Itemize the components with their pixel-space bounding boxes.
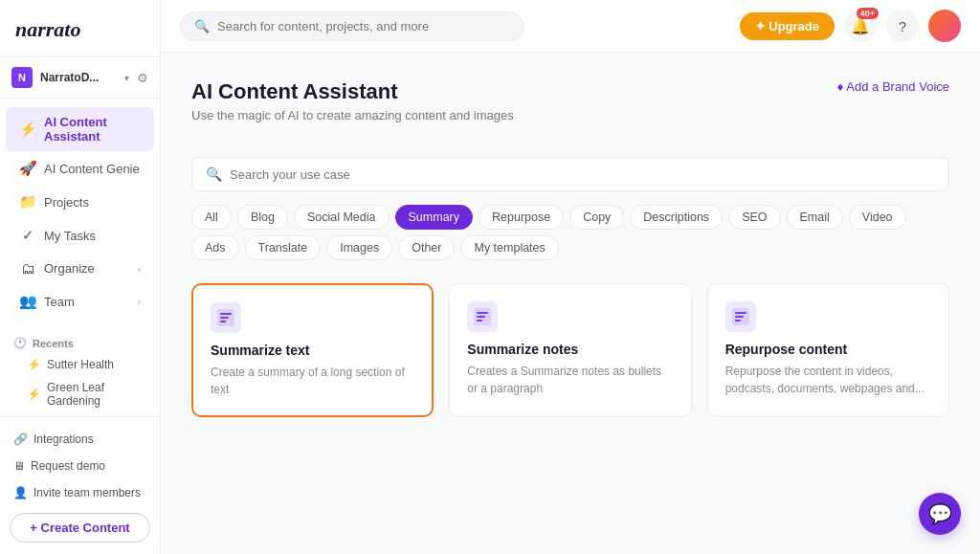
filter-tab-all[interactable]: All [191, 205, 232, 230]
svg-rect-6 [477, 312, 488, 314]
search-box[interactable]: 🔍 [180, 11, 524, 41]
sidebar-item-team[interactable]: 👥 Team › [6, 285, 154, 318]
card-icon [467, 301, 498, 332]
logo: narrato [0, 0, 160, 57]
sidebar-item-ai-content-genie[interactable]: 🚀 AI Content Genie [6, 152, 154, 185]
sidebar-nav: ⚡ AI Content Assistant 🚀 AI Content Geni… [0, 99, 160, 329]
recent-item-green-leaf-gardening[interactable]: ⚡ Green Leaf Gardening [13, 376, 146, 412]
create-content-button[interactable]: + Create Content [10, 513, 150, 543]
filter-tab-ads[interactable]: Ads [191, 235, 239, 260]
monitor-icon: 🖥 [13, 459, 25, 473]
sidebar-item-label: My Tasks [44, 229, 141, 243]
svg-rect-7 [477, 316, 485, 318]
cards-grid: Summarize textCreate a summary of a long… [191, 283, 949, 417]
request-demo-label: Request demo [31, 459, 105, 473]
svg-rect-11 [735, 316, 744, 318]
upgrade-button[interactable]: ✦ Upgrade [740, 12, 835, 40]
sidebar: narrato N NarratoD... ▾ ⚙ ⚡ AI Content A… [0, 0, 161, 554]
user-avatar[interactable] [928, 10, 961, 42]
filter-tab-email[interactable]: Email [787, 205, 843, 230]
svg-rect-8 [477, 320, 482, 321]
filter-tab-translate[interactable]: Translate [245, 235, 322, 260]
svg-rect-2 [220, 313, 232, 315]
lightning-icon: ⚡ [27, 388, 41, 401]
use-case-search-input[interactable] [230, 167, 935, 182]
page-header-text: AI Content Assistant Use the magic of AI… [191, 79, 514, 142]
filter-tab-copy[interactable]: Copy [569, 205, 624, 230]
filter-tab-descriptions[interactable]: Descriptions [630, 205, 723, 230]
page-subtitle: Use the magic of AI to create amazing co… [191, 108, 514, 122]
sidebar-item-projects[interactable]: 📁 Projects [6, 186, 154, 218]
recents-label: 🕐 Recents [13, 337, 146, 349]
organize-icon: 🗂 [19, 260, 36, 277]
filter-tab-repurpose[interactable]: Repurpose [479, 205, 564, 230]
card-summarize-notes[interactable]: Summarize notesCreates a Summarize notes… [449, 283, 691, 417]
card-title: Repurpose content [725, 342, 931, 357]
chevron-right-icon: › [137, 296, 141, 307]
help-button[interactable]: ? [886, 10, 919, 42]
sidebar-item-my-tasks[interactable]: ✓ My Tasks [6, 219, 154, 252]
sidebar-item-ai-content-assistant[interactable]: ⚡ AI Content Assistant [6, 107, 154, 151]
top-bar: 🔍 ✦ Upgrade 🔔 40+ ? [161, 0, 980, 53]
chat-bubble[interactable]: 💬 [919, 493, 961, 535]
card-desc: Create a summary of a long section of te… [211, 364, 414, 398]
filter-tab-summary[interactable]: Summary [395, 205, 473, 230]
filter-tab-my-templates[interactable]: My templates [460, 235, 558, 260]
sidebar-item-label: AI Content Assistant [44, 115, 141, 144]
filter-tab-images[interactable]: Images [326, 235, 392, 260]
filter-tab-video[interactable]: Video [849, 205, 906, 230]
main-area: 🔍 ✦ Upgrade 🔔 40+ ? AI Content Assistant… [161, 0, 980, 554]
recents-section: 🕐 Recents ⚡ Sutter Health ⚡ Green Leaf G… [0, 329, 160, 416]
card-title: Summarize text [211, 343, 414, 358]
card-summarize-text[interactable]: Summarize textCreate a summary of a long… [191, 283, 434, 417]
card-desc: Repurpose the content in videos, podcast… [725, 363, 931, 397]
recent-item-label: Green Leaf Gardening [47, 381, 133, 408]
use-case-search[interactable]: 🔍 [191, 157, 949, 191]
notification-badge: 40+ [857, 8, 879, 19]
filter-tabs: AllBlogSocial MediaSummaryRepurposeCopyD… [191, 205, 949, 260]
settings-icon[interactable]: ⚙ [137, 71, 148, 85]
sidebar-item-label: AI Content Genie [44, 162, 141, 176]
card-icon [211, 302, 241, 333]
rocket-icon: 🚀 [19, 160, 36, 177]
sidebar-item-label: Projects [44, 195, 141, 210]
chevron-down-icon: ▾ [124, 73, 129, 83]
svg-rect-12 [735, 320, 741, 321]
sidebar-item-organize[interactable]: 🗂 Organize › [6, 253, 154, 284]
clock-icon: 🕐 [13, 337, 27, 349]
card-desc: Creates a Summarize notes as bullets or … [467, 363, 673, 397]
card-repurpose-content[interactable]: Repurpose contentRepurpose the content i… [707, 283, 949, 417]
lightning-icon: ⚡ [27, 358, 41, 371]
integrations-link[interactable]: 🔗 Integrations [10, 429, 150, 450]
search-icon: 🔍 [206, 166, 222, 182]
team-icon: 👥 [19, 293, 36, 310]
integrations-icon: 🔗 [13, 432, 28, 446]
request-demo-link[interactable]: 🖥 Request demo [10, 455, 150, 476]
filter-tab-blog[interactable]: Blog [237, 205, 288, 230]
card-title: Summarize notes [467, 342, 673, 357]
brand-voice-link[interactable]: ♦ Add a Brand Voice [837, 79, 949, 94]
card-icon [725, 301, 756, 332]
invite-team-label: Invite team members [33, 486, 141, 499]
sidebar-item-label: Team [44, 295, 129, 309]
sidebar-footer: 🔗 Integrations 🖥 Request demo 👤 Invite t… [0, 416, 160, 554]
svg-text:narrato: narrato [15, 17, 80, 41]
notifications-button[interactable]: 🔔 40+ [844, 10, 877, 42]
filter-tab-social-media[interactable]: Social Media [294, 205, 390, 230]
filter-tab-other[interactable]: Other [398, 235, 455, 260]
invite-team-link[interactable]: 👤 Invite team members [10, 482, 150, 503]
sidebar-item-label: Organize [44, 261, 129, 276]
lightning-icon: ⚡ [19, 121, 36, 138]
folder-icon: 📁 [19, 193, 36, 211]
svg-rect-4 [220, 321, 226, 322]
search-input[interactable] [217, 19, 510, 33]
page-title: AI Content Assistant [191, 79, 514, 104]
workspace-name: NarratoD... [40, 71, 117, 84]
filter-tab-seo[interactable]: SEO [728, 205, 780, 230]
content-area: AI Content Assistant Use the magic of AI… [161, 53, 980, 554]
workspace-selector[interactable]: N NarratoD... ▾ ⚙ [0, 57, 160, 99]
page-header-row: AI Content Assistant Use the magic of AI… [191, 79, 949, 142]
recent-item-label: Sutter Health [47, 358, 114, 371]
recent-item-sutter-health[interactable]: ⚡ Sutter Health [13, 353, 146, 376]
chevron-right-icon: › [137, 263, 141, 275]
